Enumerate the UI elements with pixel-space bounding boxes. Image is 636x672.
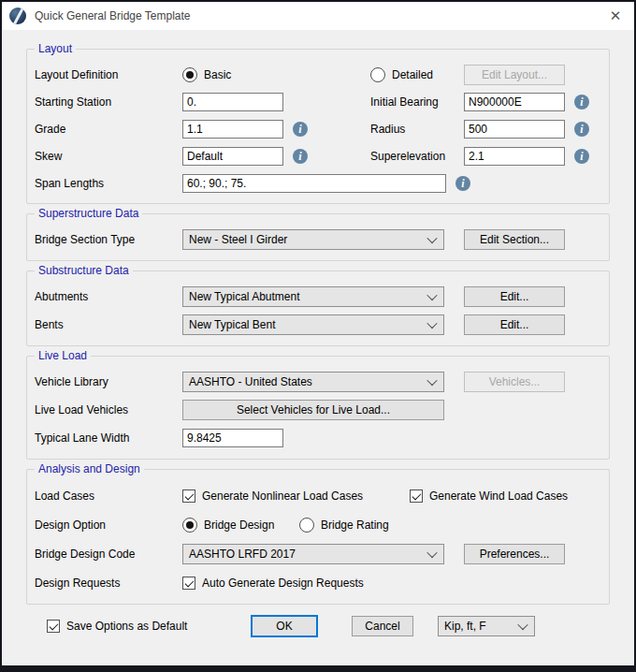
radio-icon[interactable] xyxy=(182,67,197,82)
edit-section-button[interactable]: Edit Section... xyxy=(464,229,565,250)
auto-generate-checkbox[interactable]: Auto Generate Design Requests xyxy=(182,577,364,590)
radio-icon[interactable] xyxy=(370,67,385,82)
edit-layout-button[interactable]: Edit Layout... xyxy=(464,65,565,85)
starting-station-label: Starting Station xyxy=(35,95,182,109)
row-bridge-section-type: Bridge Section Type New - Steel I Girder… xyxy=(35,226,601,254)
group-analysis-design-title: Analysis and Design xyxy=(35,462,144,475)
basic-radio[interactable]: Basic xyxy=(182,67,231,82)
row-bridge-design-code: Bridge Design Code AASHTO LRFD 2017 Pref… xyxy=(35,539,601,568)
save-options-checkbox[interactable]: Save Options as Default xyxy=(47,620,187,633)
row-starting-station: Starting Station Initial Bearing i xyxy=(35,88,601,115)
select-vehicles-button[interactable]: Select Vehicles for Live Load... xyxy=(182,400,444,420)
span-lengths-input[interactable] xyxy=(182,174,446,193)
bridge-design-label: Bridge Design xyxy=(204,519,274,532)
row-load-cases: Load Cases Generate Nonlinear Load Cases… xyxy=(35,481,601,510)
radius-input[interactable] xyxy=(464,120,565,139)
basic-radio-label: Basic xyxy=(204,68,231,81)
group-superstructure-title: Superstructure Data xyxy=(35,207,142,220)
bridge-design-radio[interactable]: Bridge Design xyxy=(182,518,274,533)
superelevation-label: Superelevation xyxy=(370,150,464,163)
bents-label: Bents xyxy=(35,318,182,331)
generate-wind-checkbox[interactable]: Generate Wind Load Cases xyxy=(410,489,568,503)
detailed-radio-label: Detailed xyxy=(392,68,433,81)
checkbox-icon[interactable] xyxy=(182,489,195,503)
bridge-design-code-label: Bridge Design Code xyxy=(35,548,182,561)
info-icon[interactable]: i xyxy=(574,95,589,110)
bridge-design-code-dropdown[interactable]: AASHTO LRFD 2017 xyxy=(182,544,444,564)
vehicle-library-dropdown[interactable]: AASHTO - United States xyxy=(182,372,444,392)
close-icon[interactable]: ✕ xyxy=(602,4,629,28)
chevron-down-icon xyxy=(426,375,437,386)
abutments-value: New Typical Abutment xyxy=(189,290,300,303)
row-bents: Bents New Typical Bent Edit... xyxy=(35,311,601,339)
bridge-rating-label: Bridge Rating xyxy=(321,519,389,532)
save-options-label: Save Options as Default xyxy=(66,620,187,633)
abutments-dropdown[interactable]: New Typical Abutment xyxy=(182,286,444,307)
info-icon[interactable]: i xyxy=(293,122,308,137)
row-live-load-vehicles: Live Load Vehicles Select Vehicles for L… xyxy=(35,396,601,424)
load-cases-label: Load Cases xyxy=(35,489,182,503)
auto-generate-label: Auto Generate Design Requests xyxy=(202,577,364,590)
window-title: Quick General Bridge Template xyxy=(35,9,191,22)
group-superstructure: Superstructure Data Bridge Section Type … xyxy=(26,213,610,261)
generate-nonlinear-checkbox[interactable]: Generate Nonlinear Load Cases xyxy=(182,489,363,503)
generate-nonlinear-label: Generate Nonlinear Load Cases xyxy=(202,489,363,503)
chevron-down-icon xyxy=(426,318,437,329)
typical-lane-width-label: Typical Lane Width xyxy=(35,431,182,445)
cancel-button[interactable]: Cancel xyxy=(352,616,413,636)
info-icon[interactable]: i xyxy=(574,149,589,164)
superelevation-input[interactable] xyxy=(464,147,565,166)
abutments-edit-button[interactable]: Edit... xyxy=(464,286,565,307)
skew-input[interactable] xyxy=(182,147,283,166)
bridge-rating-radio[interactable]: Bridge Rating xyxy=(299,518,389,533)
chevron-down-icon xyxy=(426,290,437,300)
chevron-down-icon xyxy=(426,547,437,557)
row-design-requests: Design Requests Auto Generate Design Req… xyxy=(35,568,601,597)
vehicle-library-value: AASHTO - United States xyxy=(189,375,312,388)
row-skew-superelevation: Skew i Superelevation i xyxy=(35,142,601,169)
row-span-lengths: Span Lengths i xyxy=(35,169,601,197)
row-design-option: Design Option Bridge Design Bridge Ratin… xyxy=(35,510,601,539)
vehicles-button[interactable]: Vehicles... xyxy=(464,372,565,392)
row-layout-definition: Layout Definition Basic Detailed Edit La… xyxy=(35,61,601,88)
units-dropdown[interactable]: Kip, ft, F xyxy=(438,616,535,636)
row-typical-lane-width: Typical Lane Width xyxy=(35,424,601,452)
bridge-section-type-dropdown[interactable]: New - Steel I Girder xyxy=(182,229,444,250)
chevron-down-icon xyxy=(517,620,528,630)
starting-station-input[interactable] xyxy=(182,93,283,111)
initial-bearing-input[interactable] xyxy=(464,93,565,111)
vehicle-library-label: Vehicle Library xyxy=(35,375,182,388)
layout-definition-label: Layout Definition xyxy=(35,68,182,81)
group-live-load: Live Load Vehicle Library AASHTO - Unite… xyxy=(26,356,610,460)
grade-input[interactable] xyxy=(182,120,283,139)
ok-button[interactable]: OK xyxy=(251,615,318,637)
bridge-section-type-value: New - Steel I Girder xyxy=(189,233,287,246)
row-grade-radius: Grade i Radius i xyxy=(35,115,601,142)
row-vehicle-library: Vehicle Library AASHTO - United States V… xyxy=(35,368,601,396)
generate-wind-label: Generate Wind Load Cases xyxy=(429,489,568,503)
bents-edit-button[interactable]: Edit... xyxy=(464,314,565,335)
info-icon[interactable]: i xyxy=(293,149,308,164)
group-analysis-design: Analysis and Design Load Cases Generate … xyxy=(26,469,610,605)
initial-bearing-label: Initial Bearing xyxy=(370,95,464,109)
radius-label: Radius xyxy=(370,123,464,136)
info-icon[interactable]: i xyxy=(574,122,589,137)
preferences-button[interactable]: Preferences... xyxy=(464,544,565,564)
group-layout-title: Layout xyxy=(35,42,76,55)
radio-icon[interactable] xyxy=(182,518,197,533)
span-lengths-label: Span Lengths xyxy=(35,177,182,190)
detailed-radio[interactable]: Detailed xyxy=(370,67,464,82)
info-icon[interactable]: i xyxy=(455,176,470,191)
row-abutments: Abutments New Typical Abutment Edit... xyxy=(35,283,601,311)
group-substructure: Substructure Data Abutments New Typical … xyxy=(26,270,610,346)
checkbox-icon[interactable] xyxy=(182,577,195,590)
typical-lane-width-input[interactable] xyxy=(182,429,283,447)
live-load-vehicles-label: Live Load Vehicles xyxy=(35,403,182,416)
checkbox-icon[interactable] xyxy=(410,489,423,503)
abutments-label: Abutments xyxy=(35,290,182,303)
bridge-design-code-value: AASHTO LRFD 2017 xyxy=(189,548,296,561)
radio-icon[interactable] xyxy=(299,518,314,533)
checkbox-icon[interactable] xyxy=(47,620,60,633)
bents-dropdown[interactable]: New Typical Bent xyxy=(182,314,444,335)
group-live-load-title: Live Load xyxy=(35,349,91,362)
